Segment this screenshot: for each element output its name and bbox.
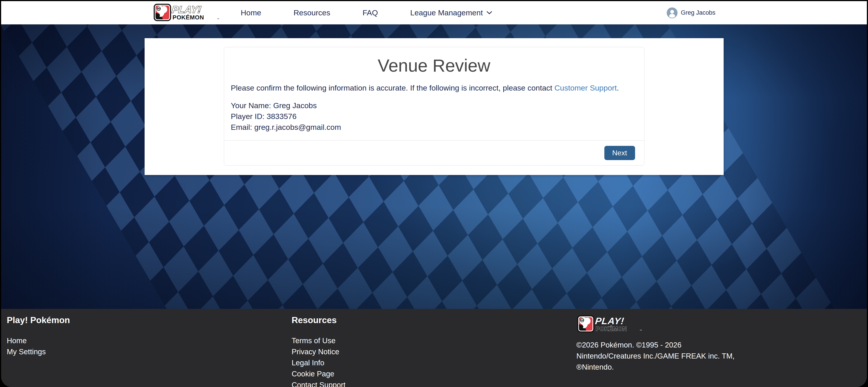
top-nav-bar: PLAY! POKÉMON ™ Home Resources FAQ Leagu… (1, 1, 867, 24)
copyright-line-2: Nintendo/Creatures Inc./GAME FREAK inc. … (576, 350, 861, 361)
footer-link-legal-info[interactable]: Legal Info (292, 359, 324, 367)
nav-item-resources[interactable]: Resources (293, 8, 330, 17)
footer-column-play-pokemon: Play! Pokémon Home My Settings (7, 315, 292, 387)
nav-item-label: FAQ (363, 8, 378, 17)
footer-column-title: Resources (292, 315, 577, 325)
main-nav: Home Resources FAQ League Management (241, 8, 493, 17)
user-menu[interactable]: Greg Jacobs (667, 7, 715, 18)
logo-play-text: PLAY! (595, 316, 625, 326)
page-window: PLAY! POKÉMON ™ Home Resources FAQ Leagu… (1, 1, 867, 387)
email-field: Email: greg.r.jacobs@gmail.com (231, 122, 637, 133)
nav-item-faq[interactable]: FAQ (363, 8, 378, 17)
card-footer: Next (224, 140, 644, 165)
customer-support-link[interactable]: Customer Support (554, 84, 617, 92)
play-pokemon-logo-graphic: PLAY! POKÉMON ™ (576, 315, 643, 332)
avatar-icon (667, 7, 678, 18)
footer-play-pokemon-logo: PLAY! POKÉMON ™ (576, 315, 861, 333)
footer-link-my-settings[interactable]: My Settings (7, 348, 45, 356)
page-title: Venue Review (231, 55, 637, 76)
footer-link-contact-support[interactable]: Contact Support (292, 381, 345, 387)
footer-column-resources: Resources Terms of Use Privacy Notice Le… (292, 315, 577, 387)
nav-item-league-management[interactable]: League Management (410, 8, 492, 17)
chevron-down-icon (487, 11, 492, 15)
logo-tm-mark: ™ (217, 18, 219, 20)
player-id-value: 3833576 (267, 112, 297, 121)
nav-item-label: Home (241, 8, 261, 17)
venue-review-card: Venue Review Please confirm the followin… (224, 47, 644, 165)
confirmation-text-after: . (617, 84, 619, 92)
confirmation-message: Please confirm the following information… (231, 84, 637, 92)
play-pokemon-logo-graphic: PLAY! POKÉMON ™ (153, 4, 220, 21)
confirmation-text-before: Please confirm the following information… (231, 84, 554, 92)
play-pokemon-logo[interactable]: PLAY! POKÉMON ™ (153, 4, 220, 22)
email-label: Email: (231, 123, 252, 131)
copyright-line-3: ®Nintendo. (576, 361, 861, 373)
header-container: PLAY! POKÉMON ™ Home Resources FAQ Leagu… (145, 1, 724, 24)
footer-link-privacy-notice[interactable]: Privacy Notice (292, 348, 339, 356)
nav-item-home[interactable]: Home (241, 8, 261, 17)
venue-review-card-body: Venue Review Please confirm the followin… (224, 47, 644, 140)
logo-play-text: PLAY! (171, 4, 202, 15)
footer-link-cookie-page[interactable]: Cookie Page (292, 369, 334, 378)
next-button[interactable]: Next (604, 146, 635, 160)
player-id-field: Player ID: 3833576 (231, 111, 637, 122)
your-name-value: Greg Jacobs (273, 101, 317, 110)
footer-link-terms-of-use[interactable]: Terms of Use (292, 336, 336, 345)
content-panel: Venue Review Please confirm the followin… (145, 38, 724, 175)
logo-pokemon-text: POKÉMON (173, 14, 204, 21)
user-name: Greg Jacobs (681, 9, 715, 16)
page-footer: Play! Pokémon Home My Settings Resources… (1, 309, 867, 387)
footer-column-title: Play! Pokémon (7, 315, 292, 325)
logo-pokemon-text: POKÉMON (596, 325, 627, 332)
footer-link-home[interactable]: Home (7, 336, 27, 345)
nav-item-label: League Management (410, 8, 483, 17)
footer-column-legal: PLAY! POKÉMON ™ ©2026 Pokémon. ©1995 - 2… (576, 315, 861, 387)
player-id-label: Player ID: (231, 112, 265, 121)
your-name-label: Your Name: (231, 101, 271, 110)
email-value: greg.r.jacobs@gmail.com (254, 123, 341, 131)
main-content-area: Venue Review Please confirm the followin… (1, 24, 867, 309)
nav-item-label: Resources (293, 8, 330, 17)
logo-tm-mark: ™ (640, 329, 642, 332)
copyright-line-1: ©2026 Pokémon. ©1995 - 2026 (576, 340, 861, 350)
your-name-field: Your Name: Greg Jacobs (231, 100, 637, 111)
